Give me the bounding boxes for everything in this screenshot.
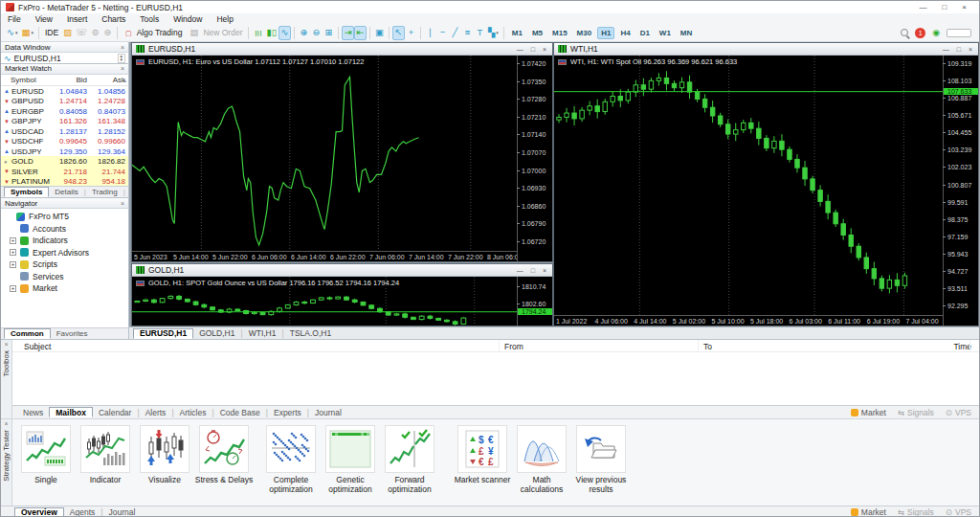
time-axis[interactable]: 1 Jul 20224 Jul 06:004 Jul 14:005 Jul 02… — [554, 315, 943, 326]
screenshot-icon[interactable]: ▣ — [373, 26, 386, 40]
toolbox-tab-calendar[interactable]: Calendar — [93, 407, 138, 417]
tab-favorites[interactable]: Favorites — [51, 328, 94, 339]
profiles-icon[interactable]: ▦▾ — [19, 26, 35, 40]
toolbox-tab-mailbox[interactable]: Mailbox — [49, 407, 93, 417]
timeframe-m15[interactable]: M15 — [548, 27, 571, 39]
market-status[interactable]: Market — [851, 507, 886, 517]
table-row-usdchf[interactable]: ▼USDCHF0.996450.99660 — [1, 136, 128, 146]
vps-status[interactable]: ⊙VPS — [946, 408, 971, 417]
sidebar-item-accounts[interactable]: Accounts — [1, 223, 128, 236]
expand-icon[interactable]: + — [10, 261, 16, 268]
zoom-in-icon[interactable]: ⊕ — [298, 26, 310, 40]
sidebar-item-scripts[interactable]: +Scripts — [1, 258, 128, 271]
minimize-icon[interactable]: — — [517, 267, 523, 274]
column-header-symbol[interactable]: Symbol — [4, 76, 50, 84]
chart-window-titlebar[interactable]: GOLD,H1—□× — [132, 264, 552, 277]
menu-view[interactable]: View — [35, 14, 53, 24]
menu-file[interactable]: File — [8, 14, 21, 24]
table-row-usdcad[interactable]: ▲USDCAD1.281371.28152 — [1, 126, 128, 137]
menu-window[interactable]: Window — [173, 14, 202, 24]
chart-tab-tsla-o-h1[interactable]: TSLA.O,H1 — [284, 328, 337, 339]
shapes-icon[interactable]: ▚▾ — [486, 26, 501, 40]
menu-charts[interactable]: Charts — [101, 14, 125, 24]
restore-icon[interactable]: □ — [531, 46, 535, 53]
tester-tile-forward-optimization[interactable]: Forward optimization — [380, 425, 439, 494]
close-icon[interactable]: × — [121, 65, 124, 72]
chart-tab-eurusd-h1[interactable]: EURUSD,H1 — [133, 328, 193, 339]
close-icon[interactable]: × — [121, 44, 124, 51]
toolbox-tab-code-base[interactable]: Code Base — [214, 407, 266, 417]
sidebar-item-indicators[interactable]: +Indicators — [1, 235, 128, 247]
close-icon[interactable]: × — [543, 46, 546, 53]
restore-icon[interactable]: □ — [531, 267, 535, 274]
mail-column-subject[interactable]: Subject — [24, 342, 51, 351]
expand-icon[interactable]: + — [10, 285, 16, 292]
candle-chart-icon[interactable]: ▮▯ — [264, 26, 278, 40]
crosshair-icon[interactable]: + — [405, 26, 417, 40]
maximize-icon[interactable]: □ — [942, 3, 947, 11]
line-chart-icon[interactable]: ∿ — [278, 26, 291, 40]
tab-details[interactable]: Details — [49, 187, 83, 197]
timeframe-m30[interactable]: M30 — [573, 27, 596, 39]
close-icon[interactable]: × — [4, 421, 8, 427]
close-icon[interactable]: × — [543, 267, 546, 274]
tester-tab-agents[interactable]: Agents — [64, 507, 100, 517]
auto-scroll-icon[interactable]: ⇥ — [342, 26, 354, 40]
toolbox-tab-experts[interactable]: Experts — [268, 407, 307, 417]
ide-button[interactable]: IDE — [42, 28, 61, 37]
table-row-gbpusd[interactable]: ▼GBPUSD1.247141.24728 — [1, 96, 128, 106]
tab-trading[interactable]: Trading — [86, 187, 123, 197]
menu-insert[interactable]: Insert — [67, 14, 87, 24]
community-icon[interactable]: ⊛ — [101, 26, 114, 40]
chart-window-titlebar[interactable]: WTI,H1—□× — [554, 43, 978, 56]
text-tool-icon[interactable]: T — [474, 26, 486, 40]
tester-tile-complete-optimization[interactable]: Complete optimization — [261, 425, 321, 494]
table-row-gbpjpy[interactable]: ▼GBPJPY161.326161.348 — [1, 116, 128, 126]
time-axis[interactable]: 5 Jun 20235 Jun 14:005 Jun 22:006 Jun 06… — [132, 251, 517, 261]
connection-status-icon[interactable]: ◉ — [932, 28, 940, 37]
table-row-eurusd[interactable]: ▲EURUSD1.048431.04856 — [1, 86, 128, 97]
close-icon[interactable]: × — [121, 200, 124, 207]
levels-icon[interactable]: ≡ — [461, 26, 474, 40]
minimize-icon[interactable]: — — [943, 46, 949, 53]
search-icon[interactable] — [901, 29, 908, 36]
tester-tile-math-calculations[interactable]: Math calculations — [512, 425, 571, 494]
new-chart-icon[interactable]: ∿▾ — [5, 26, 19, 40]
tester-tile-visualize[interactable]: Visualize — [135, 425, 194, 494]
sidebar-item-expert-advisors[interactable]: +Expert Advisors — [1, 247, 128, 259]
close-icon[interactable]: × — [4, 342, 8, 348]
chart-window-titlebar[interactable]: EURUSD,H1—□× — [132, 43, 552, 56]
column-header-ask[interactable]: Ask — [87, 76, 125, 84]
tab-symbols[interactable]: Symbols — [4, 187, 49, 197]
scroll-up-icon[interactable]: ▲ — [122, 78, 127, 83]
tester-tile-single[interactable]: Single — [16, 425, 76, 494]
notifications-badge[interactable]: 1 — [915, 28, 925, 38]
table-row-usdjpy[interactable]: ▲USDJPY129.350129.364 — [1, 146, 128, 157]
expand-icon[interactable]: + — [10, 237, 16, 244]
table-row-silver[interactable]: ▼SILVER21.71821.744 — [1, 167, 128, 177]
signals-status[interactable]: ⇆Signals — [898, 408, 934, 417]
timeframe-h4[interactable]: H4 — [616, 27, 634, 39]
timeframe-w1[interactable]: W1 — [656, 27, 675, 39]
price-axis[interactable]: 1810.741802.601794.24 — [517, 277, 552, 326]
tester-tile-market-scanner[interactable]: $€ £¥ €£Market scanner — [453, 425, 512, 494]
expand-icon[interactable]: + — [10, 249, 16, 256]
toolbox-tab-alerts[interactable]: Alerts — [140, 407, 172, 417]
chart-tab-gold-h1[interactable]: GOLD,H1 — [193, 328, 240, 339]
toolbox-tab-journal[interactable]: Journal — [309, 407, 347, 417]
tile-windows-icon[interactable]: ⊞ — [323, 26, 335, 40]
tester-tab-overview[interactable]: Overview — [14, 507, 64, 517]
price-axis[interactable]: 109.319108.103106.887105.671104.455103.2… — [943, 56, 978, 326]
tester-tile-view-previous-results[interactable]: View previous results — [571, 425, 631, 494]
chart-shift-icon[interactable]: ⇤ — [354, 26, 367, 40]
sidebar-item-market[interactable]: +Market — [1, 282, 128, 295]
timeframe-m5[interactable]: M5 — [528, 27, 546, 39]
spinner-control[interactable]: ▲▼ — [118, 54, 125, 63]
tester-tile-genetic-optimization[interactable]: Genetic optimization — [321, 425, 380, 494]
vps-status[interactable]: ⊙VPS — [946, 507, 971, 517]
trendline-icon[interactable]: ╱ — [449, 26, 461, 40]
signals-status[interactable]: ⇆Signals — [898, 507, 934, 517]
bar-chart-icon[interactable]: ☰ — [251, 27, 265, 39]
timeframe-d1[interactable]: D1 — [636, 27, 654, 39]
menu-help[interactable]: Help — [216, 14, 233, 24]
